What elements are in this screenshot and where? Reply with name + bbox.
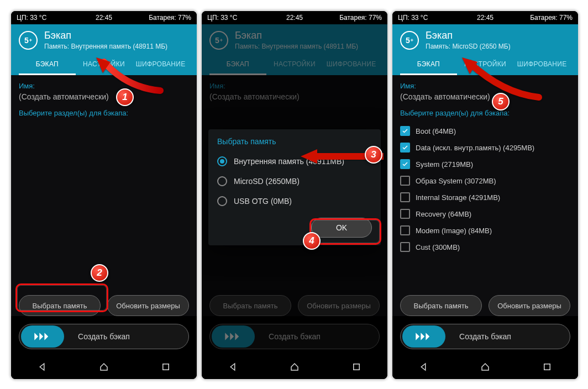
android-navbar (392, 357, 578, 379)
status-bar: ЦП: 33 °C 22:45 Батарея: 77% (11, 11, 197, 24)
annotation-badge-1: 1 (116, 88, 134, 106)
checkbox-icon (400, 126, 410, 136)
partition-item-data[interactable]: Data (искл. внутр.память) (4295MB) (400, 139, 570, 156)
nav-recent-icon[interactable] (351, 362, 361, 374)
checkbox-icon (400, 225, 410, 235)
nav-back-icon[interactable] (228, 362, 238, 374)
swipe-knob-icon (21, 325, 64, 348)
radio-microsd[interactable]: MicroSD (2650MB) (217, 171, 372, 191)
storage-dialog: Выбрать память Внутренняя память (48911M… (208, 129, 381, 245)
app-icon: 5+ (19, 31, 38, 50)
svg-rect-0 (163, 364, 169, 370)
create-backup-swipe[interactable]: Создать бэкап (209, 324, 380, 349)
tab-backup[interactable]: БЭКАП (209, 55, 266, 75)
status-battery: Батарея: 77% (149, 14, 191, 22)
android-navbar (11, 357, 197, 379)
partition-item-system[interactable]: System (2719MB) (400, 156, 570, 172)
header-title: Бэкап (235, 30, 358, 41)
header-storage: Память: Внутренняя память (48911 МБ) (235, 43, 358, 50)
android-navbar (202, 357, 387, 379)
nav-home-icon[interactable] (99, 362, 109, 374)
status-cpu: ЦП: 33 °C (17, 14, 46, 22)
refresh-sizes-button[interactable]: Обновить размеры (489, 295, 570, 316)
bottom-buttons: Выбрать память Обновить размеры (392, 290, 578, 316)
checkbox-icon (400, 209, 410, 219)
radio-icon (217, 196, 227, 206)
app-icon: 5+ (209, 31, 228, 50)
tab-backup[interactable]: БЭКАП (400, 55, 457, 75)
content-area: Имя: (Создать автоматически) Выберите ра… (11, 75, 197, 290)
nav-recent-icon[interactable] (161, 362, 171, 374)
annotation-badge-4: 4 (303, 232, 321, 250)
annotation-badge-5: 5 (492, 93, 510, 111)
status-cpu: ЦП: 33 °C (207, 14, 237, 22)
annotation-badge-3: 3 (365, 146, 382, 164)
radio-usb-otg[interactable]: USB OTG (0MB) (217, 191, 372, 211)
label-select-partitions: Выберите раздел(ы) для бэкапa: (19, 109, 189, 117)
nav-recent-icon[interactable] (542, 362, 552, 374)
swipe-knob-icon (402, 325, 445, 348)
header-storage: Память: Внутренняя память (48911 МБ) (44, 43, 167, 50)
nav-home-icon[interactable] (480, 362, 490, 374)
status-bar: ЦП: 33 °C 22:45 Батарея: 77% (392, 11, 578, 24)
radio-icon (217, 176, 227, 186)
annotation-badge-2: 2 (91, 264, 108, 282)
nav-back-icon[interactable] (418, 362, 428, 374)
swipe-knob-icon (212, 325, 255, 348)
radio-icon (217, 156, 227, 166)
refresh-sizes-button[interactable]: Обновить размеры (298, 295, 380, 316)
label-name: Имя: (209, 82, 380, 90)
choose-storage-button[interactable]: Выбрать память (400, 295, 482, 316)
checkbox-icon (400, 192, 410, 202)
choose-storage-button[interactable]: Выбрать память (19, 295, 101, 316)
nav-home-icon[interactable] (290, 362, 300, 374)
label-select-partitions: Выберите раздел(ы) для бэкапa: (400, 109, 570, 117)
dialog-ok-button[interactable]: OK (311, 218, 372, 238)
partition-item-sysimg[interactable]: Образ System (3072MB) (400, 172, 570, 189)
choose-storage-button[interactable]: Выбрать память (209, 295, 291, 316)
create-backup-swipe[interactable]: Создать бэкап (19, 324, 189, 349)
checkbox-icon (400, 143, 410, 153)
tab-encrypt[interactable]: ШИФРОВАНИЕ (323, 55, 380, 75)
partition-item-modem[interactable]: Modem (Image) (84MB) (400, 222, 570, 239)
partition-item-cust[interactable]: Cust (300MB) (400, 239, 570, 255)
header-title: Бэкап (44, 30, 167, 41)
phone-screenshot-2: ЦП: 33 °C 22:45 Батарея: 77% 5+ Бэкап Па… (201, 10, 389, 380)
svg-rect-2 (544, 364, 550, 370)
partition-item-recovery[interactable]: Recovery (64MB) (400, 206, 570, 222)
nav-back-icon[interactable] (37, 362, 47, 374)
header-storage: Память: MicroSD (2650 МБ) (426, 43, 511, 50)
status-battery: Батарея: 77% (339, 14, 382, 22)
app-header: 5+ Бэкап Память: Внутренняя память (4891… (202, 24, 387, 75)
status-battery: Батарея: 77% (530, 14, 573, 22)
checkbox-icon (400, 176, 410, 186)
dialog-title: Выбрать память (217, 137, 372, 146)
partition-item-boot[interactable]: Boot (64MB) (400, 123, 570, 139)
bottom-buttons: Выбрать память Обновить размеры (11, 290, 197, 316)
name-value[interactable]: (Создать автоматически) (209, 92, 380, 101)
create-backup-swipe[interactable]: Создать бэкап (400, 324, 570, 349)
partition-list[interactable]: Boot (64MB) Data (искл. внутр.память) (4… (400, 123, 570, 255)
app-icon: 5+ (400, 31, 419, 50)
header-title: Бэкап (426, 30, 511, 41)
tab-backup[interactable]: БЭКАП (19, 55, 76, 75)
status-bar: ЦП: 33 °C 22:45 Батарея: 77% (202, 11, 387, 24)
checkbox-icon (400, 159, 410, 169)
bottom-buttons: Выбрать память Обновить размеры (202, 290, 387, 316)
refresh-sizes-button[interactable]: Обновить размеры (107, 295, 189, 316)
status-cpu: ЦП: 33 °C (398, 14, 428, 22)
checkbox-icon (400, 242, 410, 252)
partition-item-intstorage[interactable]: Internal Storage (4291MB) (400, 189, 570, 206)
tab-bar: БЭКАП НАСТРОЙКИ ШИФРОВАНИЕ (209, 55, 380, 75)
svg-rect-1 (354, 364, 360, 370)
tab-settings[interactable]: НАСТРОЙКИ (266, 55, 323, 75)
